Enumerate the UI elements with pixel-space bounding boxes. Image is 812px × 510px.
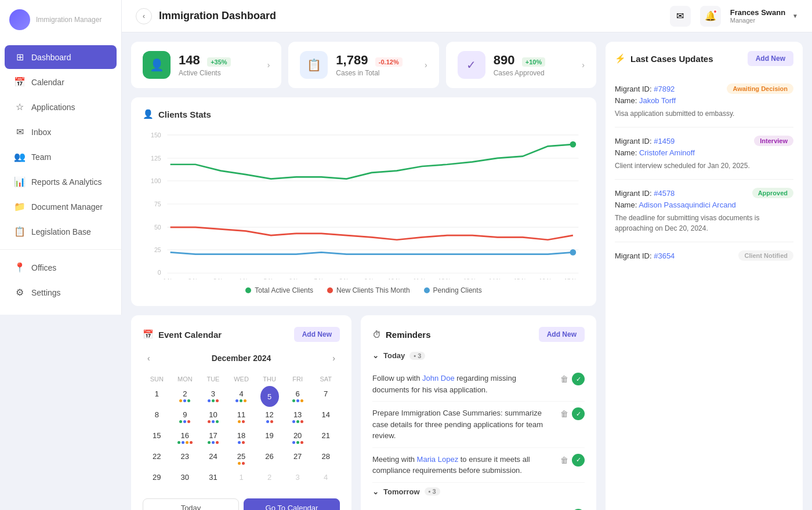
calendar-day-name: SAT <box>311 372 340 386</box>
calendar-day[interactable]: 19 <box>255 428 284 449</box>
stat-info-2: 890 +10% Cases Approved <box>494 53 574 77</box>
calendar-day[interactable]: 14 <box>311 407 340 428</box>
reminder-link-0-0[interactable]: John Doe <box>422 374 455 382</box>
stat-arrow-0[interactable]: › <box>267 60 270 70</box>
reminder-delete-0-2[interactable]: 🗑 <box>560 456 568 465</box>
sidebar-item-documents[interactable]: 📁Document Manager <box>5 195 117 218</box>
calendar-day[interactable]: 10 <box>199 407 227 428</box>
sidebar-item-team[interactable]: 👥Team <box>5 145 117 169</box>
calendar-day[interactable]: 4 <box>227 386 256 407</box>
calendar-day[interactable]: 23 <box>171 449 200 469</box>
today-button[interactable]: Today <box>143 498 239 510</box>
case-name-0: Name: Jakob Torff <box>615 96 793 105</box>
nav-icon-settings: ⚙ <box>14 287 26 298</box>
calendar-day[interactable]: 8 <box>143 407 171 428</box>
calendar-day[interactable]: 15 <box>143 428 171 449</box>
back-button[interactable]: ‹ <box>136 8 152 24</box>
cal-dot <box>242 420 245 423</box>
reminder-check-0-1[interactable]: ✓ <box>572 407 585 420</box>
chat-icon-button[interactable]: ✉ <box>670 6 691 27</box>
calendar-day[interactable]: 28 <box>311 449 340 469</box>
case-name-link-0[interactable]: Jakob Torff <box>639 96 676 105</box>
calendar-day[interactable]: 6 <box>284 386 312 407</box>
reminder-text-0-2: Meeting with Maria Lopez to ensure it me… <box>372 454 554 476</box>
calendar-day[interactable]: 21 <box>311 428 340 449</box>
calendar-day[interactable]: 29 <box>143 469 171 490</box>
reminder-actions-0-2: 🗑 ✓ <box>560 454 585 467</box>
calendar-day[interactable]: 18 <box>227 428 256 449</box>
case-id-link-1[interactable]: #1459 <box>654 137 675 145</box>
sidebar-item-calendar[interactable]: 📅Calendar <box>5 70 117 94</box>
add-new-case-button[interactable]: Add New <box>748 51 793 66</box>
calendar-day[interactable]: 5 <box>260 386 279 407</box>
calendar-day[interactable]: 3 <box>199 386 227 407</box>
reminder-check-0-0[interactable]: ✓ <box>572 373 585 385</box>
calendar-day[interactable]: 11 <box>227 407 256 428</box>
go-to-calendar-button[interactable]: Go To Calendar <box>244 498 340 510</box>
calendar-day[interactable]: 25 <box>227 449 256 469</box>
user-chevron-icon: ▼ <box>792 13 798 19</box>
case-item-2: Migrant ID: #4578 Approved Name: Adison … <box>615 180 793 242</box>
case-id-link-2[interactable]: #4578 <box>654 189 675 198</box>
case-id-link-3[interactable]: #3654 <box>654 252 675 260</box>
cal-day-number: 23 <box>181 452 189 461</box>
user-info[interactable]: Frances Swann Manager ▼ <box>730 8 798 24</box>
case-name-link-2[interactable]: Adison Passaquindici Arcand <box>639 201 736 209</box>
calendar-day[interactable]: 22 <box>143 449 171 469</box>
sidebar-item-settings[interactable]: ⚙Settings <box>5 280 117 304</box>
add-new-event-button[interactable]: Add New <box>294 327 340 342</box>
calendar-day[interactable]: 9 <box>171 407 200 428</box>
sidebar-item-reports[interactable]: 📊Reports & Analytics <box>5 170 117 194</box>
add-new-reminder-button[interactable]: Add New <box>539 327 585 342</box>
calendar-day[interactable]: 4 <box>311 469 340 490</box>
nav-label-settings: Settings <box>31 288 61 297</box>
case-name-link-1[interactable]: Cristofer Aminoff <box>639 148 695 157</box>
calendar-day[interactable]: 3 <box>284 469 312 490</box>
cal-day-dots <box>179 420 190 423</box>
reminder-section-0: ⌄ Today • 3 Follow up with John Doe rega… <box>372 351 585 483</box>
cal-dot <box>186 441 188 444</box>
svg-text:6 Nov: 6 Nov <box>289 277 303 279</box>
calendar-day[interactable]: 24 <box>199 449 227 469</box>
calendar-next-button[interactable]: › <box>328 351 340 365</box>
calendar-day[interactable]: 26 <box>255 449 284 469</box>
calendar-day[interactable]: 2 <box>255 469 284 490</box>
cal-day-dots <box>238 462 245 465</box>
cal-dot <box>216 420 219 423</box>
calendar-day[interactable]: 31 <box>199 469 227 490</box>
calendar-day[interactable]: 30 <box>171 469 200 490</box>
calendar-prev-button[interactable]: ‹ <box>143 351 155 365</box>
calendar-day[interactable]: 13 <box>284 407 312 428</box>
cal-day-number: 8 <box>155 410 159 419</box>
cal-dot <box>238 441 241 444</box>
case-item-0: Migrant ID: #7892 Awaiting Decision Name… <box>615 75 793 128</box>
sidebar-item-inbox[interactable]: ✉Inbox <box>5 120 117 144</box>
reminder-section-header-0[interactable]: ⌄ Today • 3 <box>372 351 585 360</box>
calendar-day[interactable]: 2 <box>171 386 200 407</box>
stat-arrow-2[interactable]: › <box>582 60 585 70</box>
sidebar-item-offices[interactable]: 📍Offices <box>5 256 117 279</box>
sidebar-item-legislation[interactable]: 📋Legislation Base <box>5 220 117 243</box>
calendar-day[interactable]: 27 <box>284 449 312 469</box>
sidebar-logo: Immigration Manager <box>0 0 121 39</box>
sidebar-item-applications[interactable]: ☆Applications <box>5 95 117 119</box>
reminder-check-0-2[interactable]: ✓ <box>572 454 585 467</box>
reminder-link-0-2[interactable]: Maria Lopez <box>417 455 459 464</box>
svg-text:0: 0 <box>158 269 161 276</box>
reminder-delete-0-0[interactable]: 🗑 <box>560 374 568 384</box>
calendar-day[interactable]: 1 <box>227 469 256 490</box>
calendar-day[interactable]: 17 <box>199 428 227 449</box>
calendar-day[interactable]: 16 <box>171 428 200 449</box>
cal-dot <box>235 399 238 402</box>
notification-icon-button[interactable]: 🔔 <box>700 6 721 27</box>
case-id-link-0[interactable]: #7892 <box>654 85 675 93</box>
sidebar-item-dashboard[interactable]: ⊞Dashboard <box>5 45 117 69</box>
calendar-day[interactable]: 7 <box>311 386 340 407</box>
calendar-day[interactable]: 20 <box>284 428 312 449</box>
reminder-delete-0-1[interactable]: 🗑 <box>560 409 568 418</box>
cal-dot <box>208 399 211 402</box>
stat-arrow-1[interactable]: › <box>425 60 427 70</box>
calendar-day[interactable]: 1 <box>143 386 171 407</box>
calendar-day[interactable]: 12 <box>255 407 284 428</box>
reminder-section-header-1[interactable]: ⌄ Tomorrow • 3 <box>372 487 585 496</box>
